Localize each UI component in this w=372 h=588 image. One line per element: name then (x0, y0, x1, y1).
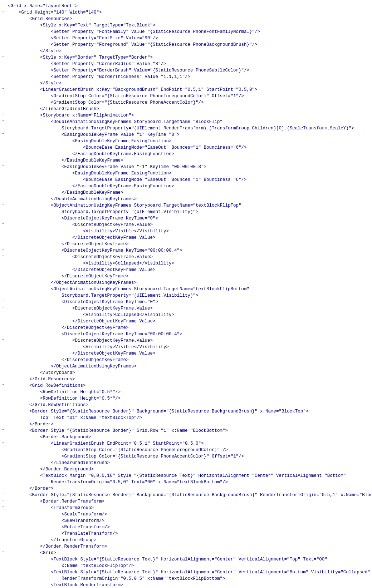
gutter-67[interactable]: − (0, 428, 6, 432)
gutter-12[interactable] (0, 74, 6, 78)
gutter-26[interactable]: − (0, 164, 6, 168)
gutter-54[interactable] (0, 344, 6, 348)
gutter-88[interactable] (0, 563, 6, 567)
gutter-9[interactable]: − (0, 54, 6, 59)
gutter-71[interactable] (0, 453, 6, 458)
gutter-64[interactable]: − (0, 408, 6, 412)
gutter-87[interactable] (0, 556, 6, 560)
gutter-58[interactable] (0, 370, 6, 374)
gutter-65[interactable] (0, 415, 6, 419)
collapse-icon[interactable]: − (1, 247, 5, 252)
gutter-20[interactable] (0, 125, 6, 129)
gutter-86[interactable]: − (0, 550, 6, 554)
gutter-91[interactable]: − (0, 582, 6, 586)
gutter-68[interactable]: − (0, 434, 6, 438)
gutter-56[interactable] (0, 357, 6, 361)
gutter-16[interactable] (0, 99, 6, 104)
gutter-7[interactable] (0, 41, 6, 46)
gutter-41[interactable] (0, 260, 6, 265)
gutter-60[interactable]: − (0, 382, 6, 387)
collapse-icon[interactable]: − (1, 331, 5, 335)
gutter-51[interactable] (0, 325, 6, 329)
collapse-icon[interactable]: − (1, 299, 5, 303)
gutter-5[interactable] (0, 29, 6, 33)
collapse-icon[interactable]: − (1, 112, 5, 117)
gutter-37[interactable] (0, 234, 6, 239)
gutter-4[interactable]: − (0, 22, 6, 26)
gutter-11[interactable] (0, 67, 6, 71)
gutter-85[interactable] (0, 543, 6, 548)
gutter-57[interactable] (0, 363, 6, 367)
gutter-74[interactable] (0, 473, 6, 477)
collapse-icon[interactable]: − (1, 202, 5, 207)
gutter-55[interactable] (0, 350, 6, 355)
gutter-73[interactable] (0, 466, 6, 470)
gutter-79[interactable]: − (0, 505, 6, 509)
gutter-19[interactable]: − (0, 119, 6, 123)
gutter-48[interactable]: − (0, 305, 6, 310)
collapse-icon[interactable]: − (1, 505, 5, 509)
collapse-icon[interactable]: − (1, 305, 5, 310)
gutter-45[interactable]: − (0, 286, 6, 290)
collapse-icon[interactable]: − (1, 434, 5, 438)
collapse-icon[interactable]: − (1, 132, 5, 136)
collapse-icon[interactable]: − (1, 222, 5, 226)
collapse-icon[interactable]: − (1, 440, 5, 445)
gutter-61[interactable] (0, 389, 6, 393)
collapse-icon[interactable]: − (1, 54, 5, 59)
gutter-38[interactable] (0, 241, 6, 245)
collapse-icon[interactable]: − (1, 22, 5, 26)
gutter-89[interactable] (0, 569, 6, 573)
gutter-78[interactable]: − (0, 498, 6, 503)
gutter-1[interactable]: − (0, 3, 6, 7)
gutter-66[interactable] (0, 421, 6, 425)
gutter-14[interactable]: − (0, 87, 6, 91)
gutter-33[interactable] (0, 209, 6, 213)
collapse-icon[interactable]: − (1, 337, 5, 342)
gutter-8[interactable] (0, 48, 6, 52)
gutter-59[interactable] (0, 376, 6, 380)
gutter-72[interactable] (0, 460, 6, 464)
collapse-icon[interactable]: − (1, 164, 5, 168)
gutter-69[interactable]: − (0, 440, 6, 445)
collapse-icon[interactable]: − (1, 582, 5, 586)
collapse-icon[interactable]: − (1, 119, 5, 123)
gutter-40[interactable]: − (0, 254, 6, 258)
gutter-84[interactable] (0, 537, 6, 541)
gutter-75[interactable] (0, 479, 6, 483)
gutter-28[interactable] (0, 177, 6, 181)
gutter-15[interactable] (0, 93, 6, 97)
gutter-42[interactable] (0, 267, 6, 271)
gutter-39[interactable]: − (0, 247, 6, 252)
gutter-6[interactable] (0, 35, 6, 39)
gutter-82[interactable] (0, 524, 6, 528)
collapse-icon[interactable]: − (1, 215, 5, 219)
gutter-17[interactable] (0, 106, 6, 110)
collapse-icon[interactable]: − (1, 408, 5, 412)
collapse-icon[interactable]: − (1, 87, 5, 91)
gutter-70[interactable] (0, 447, 6, 451)
gutter-62[interactable] (0, 395, 6, 400)
gutter-90[interactable] (0, 575, 6, 580)
gutter-35[interactable]: − (0, 222, 6, 226)
collapse-icon[interactable]: − (1, 382, 5, 387)
collapse-icon[interactable]: − (1, 138, 5, 142)
gutter-50[interactable] (0, 318, 6, 322)
collapse-icon[interactable]: − (1, 498, 5, 503)
gutter-46[interactable] (0, 292, 6, 297)
gutter-2[interactable]: − (0, 9, 6, 14)
collapse-icon[interactable]: − (1, 492, 5, 496)
gutter-30[interactable] (0, 189, 6, 194)
collapse-icon[interactable]: − (1, 170, 5, 174)
collapse-icon[interactable]: − (1, 254, 5, 258)
collapse-icon[interactable]: − (1, 550, 5, 554)
gutter-31[interactable] (0, 196, 6, 200)
gutter-52[interactable]: − (0, 331, 6, 335)
gutter-49[interactable] (0, 312, 6, 316)
gutter-13[interactable] (0, 80, 6, 84)
collapse-icon[interactable]: − (1, 428, 5, 432)
gutter-22[interactable]: − (0, 138, 6, 142)
gutter-81[interactable] (0, 518, 6, 522)
gutter-76[interactable] (0, 485, 6, 490)
gutter-27[interactable]: − (0, 170, 6, 174)
